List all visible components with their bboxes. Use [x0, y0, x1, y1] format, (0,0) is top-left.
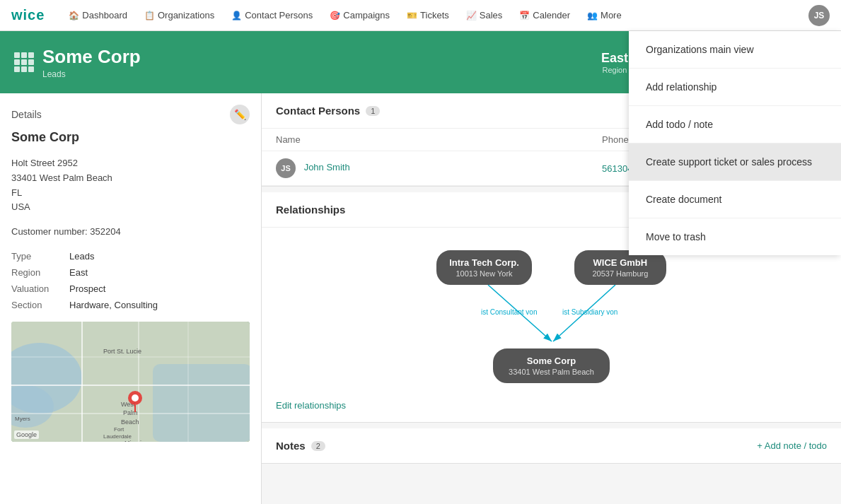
- nav-item-organizations[interactable]: 📋 Organizations: [137, 7, 221, 23]
- header-tag-region-label: Region: [601, 66, 628, 74]
- notes-title: Notes: [276, 440, 306, 452]
- grid-cell-1: [14, 52, 20, 58]
- nav-item-tickets[interactable]: 🎫 Tickets: [400, 7, 456, 23]
- nav-item-dashboard[interactable]: 🏠 Dashboard: [62, 7, 134, 23]
- dropdown-item-move-to-trash[interactable]: Move to trash: [629, 218, 841, 255]
- left-panel: Details ✏️ Some Corp Holt Street 2952 33…: [0, 93, 262, 504]
- rel-arrows-svg: ist Consultant von ist Subsidiary von: [424, 285, 679, 348]
- grid-cell-2: [21, 52, 27, 58]
- rel-diagram: Intra Tech Corp. 10013 New York WICE Gmb…: [276, 239, 827, 394]
- svg-text:Lauderdale: Lauderdale: [103, 433, 132, 440]
- svg-text:Fort: Fort: [114, 426, 124, 433]
- nav-item-contact-persons-label: Contact Persons: [245, 10, 313, 20]
- nav-item-contact-persons[interactable]: 👤 Contact Persons: [224, 7, 320, 23]
- grid-cell-3: [28, 52, 34, 58]
- dropdown-item-create-support-ticket[interactable]: Create support ticket or sales process: [629, 143, 841, 181]
- svg-rect-3: [153, 364, 250, 442]
- grid-cell-5: [21, 59, 27, 65]
- svg-point-19: [132, 394, 139, 402]
- rel-somecorp-title: Some Corp: [509, 356, 594, 366]
- grid-cell-7: [14, 66, 20, 72]
- type-value: Leads: [69, 251, 94, 262]
- relationships-title: Relationships: [276, 204, 345, 216]
- grid-cell-6: [28, 59, 34, 65]
- dashboard-icon: 🏠: [69, 11, 79, 20]
- nav-item-sales-label: Sales: [480, 10, 503, 20]
- grid-cell-9: [28, 66, 34, 72]
- relationships-body: Intra Tech Corp. 10013 New York WICE Gmb…: [262, 228, 841, 422]
- header-company-info: Some Corp Leads: [42, 46, 141, 79]
- rel-intra-sub: 10013 New York: [449, 269, 519, 278]
- valuation-label: Valuation: [11, 283, 61, 294]
- address-line3: FL: [11, 186, 250, 201]
- user-avatar[interactable]: JS: [808, 5, 830, 26]
- customer-number: Customer number: 352204: [0, 226, 261, 248]
- region-value: East: [69, 267, 88, 278]
- rel-arrows-container: ist Consultant von ist Subsidiary von: [424, 285, 679, 348]
- valuation-value: Prospect: [69, 283, 105, 294]
- section-label: Section: [11, 300, 61, 310]
- nav-item-more[interactable]: 👥 More: [580, 7, 629, 23]
- dropdown-item-add-todo-note[interactable]: Add todo / note: [629, 106, 841, 143]
- app-logo: wice: [11, 7, 45, 23]
- notes-title-group: Notes 2: [276, 440, 325, 452]
- nav-item-campaigns-label: Campaigns: [343, 10, 390, 20]
- map-svg: Port St. Lucie Myers West Palm Beach For…: [11, 322, 250, 442]
- add-note-button[interactable]: + Add note / todo: [757, 440, 827, 451]
- nav-item-calender[interactable]: 📅 Calender: [512, 7, 577, 23]
- type-label: Type: [11, 251, 61, 262]
- contact-persons-badge: 1: [366, 106, 380, 116]
- contact-persons-icon: 👤: [231, 11, 242, 20]
- detail-row-type: Type Leads: [0, 248, 261, 264]
- rel-intra-title: Intra Tech Corp.: [449, 257, 519, 268]
- rel-node-somecorp: Some Corp 33401 West Palm Beach: [493, 348, 610, 383]
- customer-number-label: Customer number:: [11, 226, 88, 237]
- detail-row-valuation: Valuation Prospect: [0, 281, 261, 297]
- contact-avatar: JS: [276, 158, 296, 178]
- organizations-icon: 📋: [144, 11, 155, 20]
- calender-icon: 📅: [519, 11, 530, 20]
- contact-name-link[interactable]: John Smith: [304, 162, 350, 172]
- grid-cell-4: [14, 59, 20, 65]
- dropdown-item-create-document[interactable]: Create document: [629, 181, 841, 218]
- campaigns-icon: 🎯: [330, 11, 340, 20]
- header-tag-region: East Region: [601, 51, 628, 74]
- edit-relationships-link[interactable]: Edit relationships: [276, 400, 346, 411]
- dropdown-item-add-relationship[interactable]: Add relationship: [629, 69, 841, 106]
- notes-header: Notes 2 + Add note / todo: [262, 428, 841, 463]
- more-icon: 👥: [587, 11, 598, 20]
- rel-top-row: Intra Tech Corp. 10013 New York WICE Gmb…: [436, 250, 666, 285]
- edit-details-button[interactable]: ✏️: [230, 105, 250, 124]
- nav-item-more-label: More: [601, 10, 622, 20]
- rel-wice-title: WICE GmbH: [587, 257, 654, 268]
- notes-badge: 2: [311, 441, 325, 451]
- nav-item-organizations-label: Organizations: [158, 10, 214, 20]
- dropdown-item-org-main-view[interactable]: Organizations main view: [629, 31, 841, 69]
- address-block: Holt Street 2952 33401 West Palm Beach F…: [0, 156, 261, 226]
- nav-item-campaigns[interactable]: 🎯 Campaigns: [323, 7, 397, 23]
- nav-items: 🏠 Dashboard 📋 Organizations 👤 Contact Pe…: [62, 7, 808, 23]
- company-grid-icon: [14, 52, 34, 72]
- nav-item-sales[interactable]: 📈 Sales: [459, 7, 510, 23]
- svg-text:ist Consultant von: ist Consultant von: [481, 308, 538, 316]
- svg-text:Port St. Lucie: Port St. Lucie: [103, 348, 141, 355]
- details-title: Details: [11, 109, 42, 120]
- nav-item-dashboard-label: Dashboard: [82, 10, 127, 20]
- detail-row-region: Region East: [0, 264, 261, 281]
- detail-row-section: Section Hardware, Consulting: [0, 297, 261, 313]
- header-company-name: Some Corp: [42, 46, 141, 68]
- avatar-initials: JS: [814, 11, 825, 20]
- nav-item-tickets-label: Tickets: [420, 10, 449, 20]
- nav-item-calender-label: Calender: [533, 10, 570, 20]
- rel-somecorp-sub: 33401 West Palm Beach: [509, 368, 594, 376]
- contact-name-cell: JS John Smith: [262, 151, 588, 186]
- svg-text:ist Subsidiary von: ist Subsidiary von: [562, 308, 617, 316]
- rel-node-wice: WICE GmbH 20537 Hamburg: [574, 250, 666, 285]
- company-name-detail: Some Corp: [0, 130, 261, 156]
- region-label: Region: [11, 267, 61, 278]
- address-line2: 33401 West Palm Beach: [11, 171, 250, 186]
- header-subtitle: Leads: [42, 69, 141, 79]
- notes-section: Notes 2 + Add note / todo: [262, 428, 841, 464]
- dropdown-menu: Organizations main view Add relationship…: [629, 31, 841, 255]
- grid-cell-8: [21, 66, 27, 72]
